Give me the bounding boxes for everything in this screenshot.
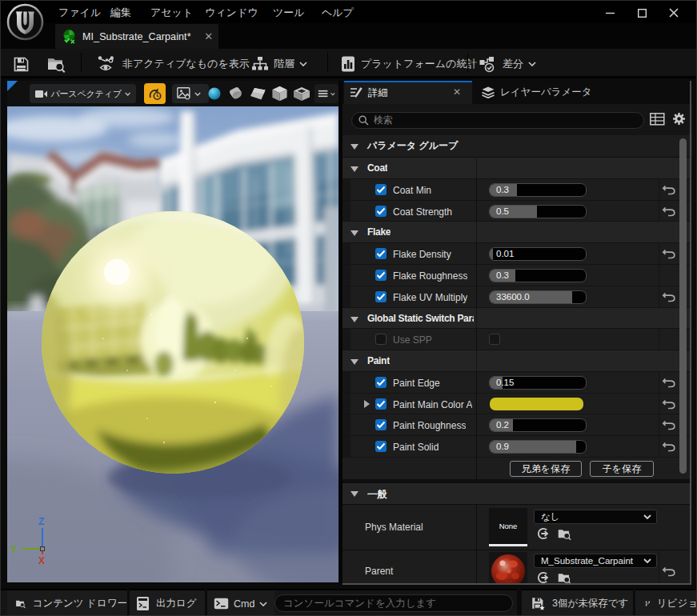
panel-scrollbar[interactable] (679, 138, 687, 474)
menu-item-5[interactable]: ヘルプ (314, 1, 362, 23)
menu-item-1[interactable]: 編集 (102, 1, 139, 23)
category-label: Global Static Switch Param (367, 313, 474, 324)
window-controls (594, 1, 690, 25)
preview-shape-cube-button[interactable] (271, 86, 288, 102)
switch-value-checkbox[interactable] (489, 334, 500, 345)
search-icon (359, 115, 369, 126)
parameter-value-slider[interactable]: 33600.0 (489, 290, 587, 304)
revert-to-default-button[interactable] (662, 418, 676, 431)
asset-tab-title: MI_Substrate_Carpaint* (82, 31, 191, 42)
viewport-scene[interactable]: Z Y X (7, 106, 338, 582)
view-mode-button[interactable] (172, 84, 209, 103)
output-log-label: 出力ログ (156, 597, 197, 610)
parameter-value: 0.2 (496, 420, 509, 430)
maximize-button[interactable] (626, 1, 658, 25)
color-swatch[interactable] (490, 398, 583, 410)
category-label: Paint (367, 355, 390, 366)
preview-shape-cylinder-button[interactable] (228, 86, 244, 101)
close-button[interactable] (658, 1, 690, 25)
revert-column-splitter (659, 201, 659, 222)
parent-thumbnail[interactable] (489, 552, 527, 585)
parameter-checkbox[interactable] (375, 206, 387, 217)
parameter-value-slider[interactable]: 0.15 (489, 376, 587, 390)
asset-tab[interactable]: MI_Substrate_Carpaint* ✕ (55, 24, 218, 49)
use-selected-icon[interactable] (536, 527, 549, 540)
menu-item-0[interactable]: ファイル (50, 1, 109, 23)
parameter-value-slider[interactable]: 0.01 (489, 247, 587, 261)
parameter-value-slider[interactable]: 0.3 (489, 183, 587, 197)
parameter-checkbox[interactable] (375, 291, 387, 302)
browse-to-asset-button[interactable] (46, 50, 66, 78)
preview-shape-plane-button[interactable] (250, 87, 266, 101)
revert-to-default-button[interactable] (662, 247, 676, 260)
menu-item-3[interactable]: ウィンドウ (197, 1, 266, 23)
parameter-checkbox[interactable] (375, 270, 387, 281)
asset-tab-close-icon[interactable]: ✕ (202, 30, 215, 42)
menu-item-4[interactable]: ツール (265, 1, 313, 23)
save-button[interactable] (13, 50, 30, 78)
save-child-button[interactable]: 子を保存 (590, 461, 654, 477)
view-mode-icon (177, 87, 191, 100)
tab-details[interactable]: 詳細 ✕ (344, 81, 472, 104)
revert-to-default-button[interactable] (662, 376, 676, 389)
phys-material-dropdown[interactable]: なし (534, 510, 657, 524)
menu-item-2[interactable]: アセット (142, 1, 201, 23)
revert-to-default-button[interactable] (662, 183, 676, 196)
revision-control-button[interactable]: リビジョ (635, 590, 697, 616)
parameter-checkbox[interactable] (375, 441, 387, 452)
expand-arrow-icon[interactable] (364, 400, 370, 408)
search-input[interactable]: 検索 (351, 112, 644, 129)
realtime-toggle-button[interactable] (144, 83, 166, 104)
revert-to-default-button[interactable] (662, 398, 676, 410)
viewport-pane: Z Y X パースペクティブ (7, 81, 338, 582)
unsaved-assets-button[interactable]: 3個が未保存です (522, 590, 633, 616)
console-command-input[interactable]: コンソールコマンドを入力します (274, 594, 513, 612)
display-grid-button[interactable] (650, 113, 665, 129)
parameter-value-slider[interactable]: 0.2 (489, 418, 587, 432)
minimize-button[interactable] (594, 1, 626, 25)
preview-shape-sphere-button[interactable] (207, 86, 222, 101)
viewport-toolbar: パースペクティブ (7, 81, 338, 106)
row-background (342, 222, 691, 242)
general-section-label: 一般 (367, 488, 387, 502)
parameter-checkbox[interactable] (375, 419, 387, 430)
viewport-options-menu-button[interactable] (314, 84, 338, 103)
content-drawer-label: コンテンツ ドロワー (33, 597, 127, 610)
output-log-button[interactable]: 出力ログ (130, 590, 205, 616)
general-section-header[interactable]: 一般 (342, 483, 691, 505)
hierarchy-button[interactable]: 階層 (251, 50, 307, 78)
use-selected-icon[interactable] (536, 571, 549, 584)
preview-shape-custom-mesh-button[interactable] (292, 86, 311, 102)
unreal-logo[interactable] (6, 3, 44, 41)
phys-material-thumbnail[interactable]: None (489, 508, 527, 546)
revert-to-default-button[interactable] (662, 440, 676, 453)
parent-dropdown[interactable]: M_Substrate_Carpaint (534, 554, 657, 568)
parameter-value-slider[interactable]: 0.9 (489, 440, 587, 454)
parameter-value-slider[interactable]: 0.3 (489, 269, 587, 282)
cmd-dropdown[interactable]: Cmd (207, 590, 274, 616)
chevron-down-icon (299, 62, 307, 66)
parameter-label: Paint Edge (393, 378, 440, 389)
parameter-checkbox[interactable] (375, 398, 387, 410)
parameter-groups-header[interactable]: パラメータ グループ (342, 135, 692, 158)
settings-button[interactable] (672, 112, 686, 129)
show-inactive-button[interactable]: 非アクティブなものを表示 (97, 50, 250, 78)
platform-stats-button[interactable]: プラットフォームの統計 (340, 50, 477, 78)
parameter-checkbox[interactable] (375, 184, 387, 195)
save-sibling-button[interactable]: 兄弟を保存 (510, 461, 582, 477)
parameter-checkbox[interactable] (375, 248, 387, 259)
parent-revert-button[interactable] (662, 565, 676, 578)
content-drawer-button[interactable]: コンテンツ ドロワー (7, 590, 127, 616)
diff-button[interactable]: 差分 (479, 50, 536, 78)
revert-to-default-button[interactable] (662, 290, 676, 303)
tab-layer-parameters[interactable]: レイヤーパラメータ (477, 81, 597, 104)
parameter-checkbox[interactable] (375, 334, 387, 345)
camera-mode-dropdown[interactable]: パースペクティブ (30, 84, 136, 103)
details-tab-close-icon[interactable]: ✕ (453, 86, 461, 98)
parameter-value-slider[interactable]: 0.5 (489, 205, 587, 218)
platform-stats-icon (340, 55, 356, 73)
parameter-checkbox[interactable] (375, 377, 387, 388)
category-row-coat: Coat (342, 158, 691, 179)
revert-to-default-button[interactable] (662, 205, 676, 218)
folder-search-icon[interactable] (557, 527, 572, 541)
